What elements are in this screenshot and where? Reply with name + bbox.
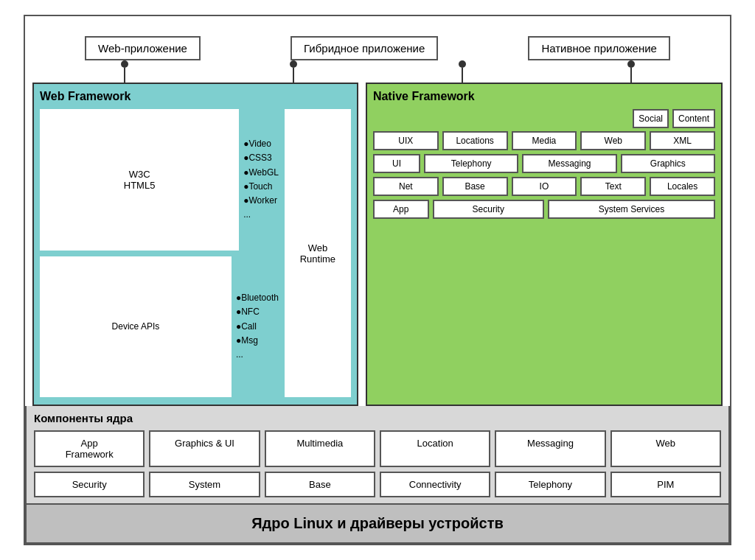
nf-ui: UI — [373, 154, 420, 173]
bullet-more2: ... — [236, 348, 279, 362]
dot-1 — [121, 60, 128, 68]
frameworks-row: Web Framework W3CHTML5 ●Video ●CSS3 ●Web… — [25, 83, 730, 406]
core-grid-row2: Security System Base Connectivity Teleph… — [34, 472, 721, 497]
connectors-row — [25, 60, 730, 83]
native-app-box: Нативное приложение — [528, 36, 670, 60]
w3c-group: W3CHTML5 ●Video ●CSS3 ●WebGL ●Touch ●Wor… — [40, 109, 279, 251]
web-runtime-box: WebRuntime — [285, 109, 351, 397]
bullet-bt: ●Bluetooth — [236, 291, 279, 305]
device-apis-box: Device APIs — [40, 256, 232, 398]
bullet-webgl: ●WebGL — [243, 166, 279, 180]
nf-telephony: Telephony — [424, 154, 518, 173]
nf-social-row: Social Content — [373, 109, 715, 128]
core-graphics-ui: Graphics & UI — [149, 430, 260, 467]
nf-base: Base — [442, 177, 508, 196]
hybrid-app-box: Гибридное приложение — [290, 36, 438, 60]
device-group: Device APIs ●Bluetooth ●NFC ●Call ●Msg .… — [40, 256, 279, 398]
nf-locations: Locations — [442, 131, 508, 150]
w3c-box: W3CHTML5 — [40, 109, 239, 251]
core-security: Security — [34, 472, 145, 497]
nf-web: Web — [580, 131, 646, 150]
nf-io: IO — [512, 177, 577, 196]
nf-system-services: System Services — [548, 200, 715, 219]
bullet-nfc: ●NFC — [236, 305, 279, 319]
architecture-diagram: Web-приложение Гибридное приложение Нати… — [24, 15, 731, 545]
bullet-video: ●Video — [243, 137, 279, 151]
nf-row3: Net Base IO Text Locales — [373, 177, 715, 196]
line-1 — [124, 68, 125, 83]
dot-2 — [290, 60, 297, 68]
nf-net: Net — [373, 177, 439, 196]
dot-3 — [459, 60, 466, 68]
native-framework-panel: Native Framework Social Content UIX Loca… — [366, 83, 723, 406]
core-app-framework: AppFramework — [34, 430, 145, 467]
web-framework-title: Web Framework — [40, 90, 351, 103]
nf-row1: UIX Locations Media Web XML — [373, 131, 715, 150]
core-title: Компоненты ядра — [34, 412, 721, 424]
core-multimedia: Multimedia — [265, 430, 375, 467]
core-connectivity: Connectivity — [380, 472, 490, 497]
native-framework-title: Native Framework — [373, 90, 715, 103]
nf-uix: UIX — [373, 131, 439, 150]
nf-content: Content — [672, 109, 715, 128]
linux-footer: Ядро Linux и драйверы устройств — [25, 505, 730, 544]
core-pim: PIM — [610, 472, 721, 497]
core-grid-row1: AppFramework Graphics & UI Multimedia Lo… — [34, 430, 721, 467]
connector-1 — [121, 60, 128, 83]
connector-4 — [627, 60, 635, 83]
bullet-msg: ●Msg — [236, 334, 279, 348]
nf-text: Text — [580, 177, 646, 196]
nf-app: App — [373, 200, 429, 219]
core-section: Компоненты ядра AppFramework Graphics & … — [25, 406, 730, 505]
nf-locales: Locales — [650, 177, 715, 196]
nf-row4: App Security System Services — [373, 200, 715, 219]
bullet-call: ●Call — [236, 320, 279, 334]
nf-row2: UI Telephony Messaging Graphics — [373, 154, 715, 173]
nf-xml: XML — [650, 131, 715, 150]
web-framework-panel: Web Framework W3CHTML5 ●Video ●CSS3 ●Web… — [32, 83, 358, 406]
bullet-worker: ●Worker — [243, 194, 279, 208]
core-messaging: Messaging — [495, 430, 605, 467]
connector-2 — [290, 60, 297, 83]
line-4 — [630, 68, 632, 83]
web-app-box: Web-приложение — [85, 36, 201, 60]
core-base: Base — [265, 472, 375, 497]
app-types-row: Web-приложение Гибридное приложение Нати… — [25, 16, 730, 60]
connector-3 — [459, 60, 466, 83]
bullet-css3: ●CSS3 — [243, 151, 279, 165]
core-system: System — [149, 472, 260, 497]
w3c-bullets: ●Video ●CSS3 ●WebGL ●Touch ●Worker ... — [243, 109, 279, 251]
nf-social: Social — [633, 109, 669, 128]
nf-security: Security — [433, 200, 544, 219]
nf-graphics: Graphics — [621, 154, 715, 173]
dot-4 — [627, 60, 635, 68]
wf-left: W3CHTML5 ●Video ●CSS3 ●WebGL ●Touch ●Wor… — [40, 109, 279, 397]
core-location: Location — [380, 430, 490, 467]
bullet-touch: ●Touch — [243, 180, 279, 194]
device-bullets: ●Bluetooth ●NFC ●Call ●Msg ... — [236, 256, 279, 398]
bullet-more1: ... — [243, 208, 279, 222]
line-2 — [293, 68, 294, 83]
nf-media: Media — [512, 131, 577, 150]
nf-messaging: Messaging — [522, 154, 616, 173]
line-3 — [462, 68, 463, 83]
wf-content: W3CHTML5 ●Video ●CSS3 ●WebGL ●Touch ●Wor… — [40, 109, 351, 397]
core-web: Web — [610, 430, 721, 467]
wf-right: WebRuntime — [285, 109, 351, 397]
core-telephony: Telephony — [495, 472, 605, 497]
